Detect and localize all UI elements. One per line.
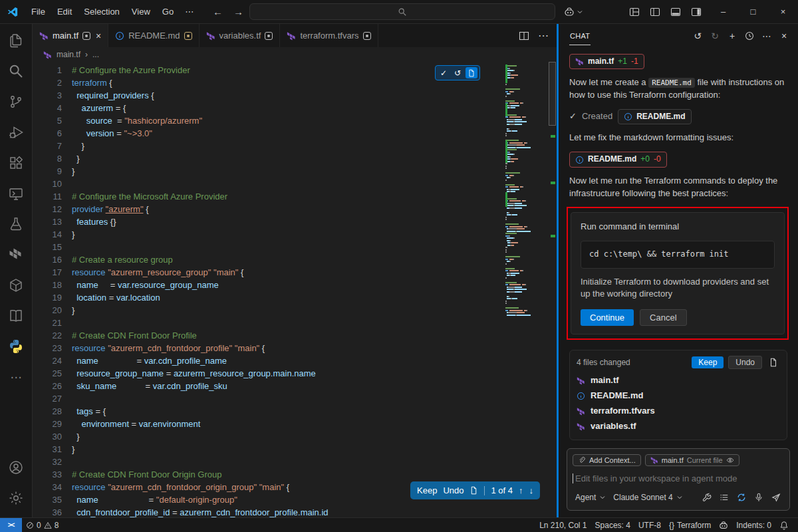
accept-change-icon[interactable]: ✓ (438, 67, 450, 78)
tab-terraform-tfvars[interactable]: terraform.tfvars (280, 24, 378, 47)
changed-file-chip[interactable]: README.md +0 -0 (569, 152, 667, 167)
cancel-button[interactable]: Cancel (640, 309, 686, 326)
eye-icon[interactable] (726, 456, 734, 464)
chat-input-box[interactable]: Add Context... main.tf Current file Edit… (567, 448, 790, 511)
view-diff-icon[interactable] (767, 356, 780, 369)
test-flask-icon[interactable] (0, 209, 32, 239)
code-line-27[interactable]: 27 (33, 392, 505, 405)
modified-indicator[interactable] (265, 32, 273, 40)
explorer-icon[interactable] (0, 25, 32, 56)
list-icon[interactable] (716, 490, 732, 505)
code-line-3[interactable]: 3 required_providers { (33, 89, 505, 102)
mic-icon[interactable] (751, 490, 767, 505)
menu-selection[interactable]: Selection (78, 4, 125, 20)
menu-file[interactable]: File (25, 4, 51, 20)
search-sidebar-icon[interactable] (0, 56, 32, 86)
chat-close-icon[interactable]: × (777, 29, 791, 43)
code-lines[interactable]: 1# Configure the Azure Provider2terrafor… (33, 62, 505, 517)
code-line-30[interactable]: 30 } (33, 430, 505, 443)
attached-file-chip[interactable]: main.tf Current file (645, 454, 739, 466)
code-line-9[interactable]: 9} (33, 165, 505, 178)
tab-chat[interactable]: CHAT (569, 26, 591, 45)
terraform-extension-icon[interactable] (0, 239, 32, 270)
code-line-28[interactable]: 28 tags = { (33, 405, 505, 418)
settings-gear-icon[interactable] (0, 483, 32, 513)
command-center-search[interactable] (249, 3, 555, 20)
chat-redo-icon[interactable]: ↻ (708, 29, 722, 43)
chat-undo-icon[interactable]: ↺ (690, 29, 705, 43)
editor-more-actions-icon[interactable]: ⋯ (538, 29, 549, 42)
close-tab-icon[interactable]: × (96, 31, 101, 41)
code-line-18[interactable]: 18 name = var.resource_group_name (33, 279, 505, 291)
editor-scrollbar[interactable] (548, 62, 557, 517)
code-line-17[interactable]: 17resource "azurerm_resource_group" "mai… (33, 266, 505, 279)
undo-button[interactable]: Undo (443, 485, 464, 495)
code-line-20[interactable]: 20} (33, 304, 505, 317)
copilot-status-icon[interactable] (715, 518, 732, 532)
code-line-8[interactable]: 8 } (33, 152, 505, 165)
copilot-menu-button[interactable] (564, 7, 584, 17)
model-picker[interactable]: Claude Sonnet 4 (610, 491, 686, 503)
minimize-button[interactable]: – (708, 0, 738, 23)
cursor-position[interactable]: Ln 210, Col 1 (535, 518, 591, 532)
created-file-chip[interactable]: README.md (618, 109, 691, 124)
code-line-4[interactable]: 4 azurerm = { (33, 102, 505, 114)
new-chat-icon[interactable]: + (725, 29, 739, 43)
continue-button[interactable]: Continue (581, 309, 634, 326)
chat-more-icon[interactable]: ⋯ (759, 29, 774, 43)
tools-icon[interactable] (699, 490, 715, 505)
language-mode[interactable]: {}Terraform (665, 518, 715, 532)
code-line-16[interactable]: 16# Create a resource group (33, 253, 505, 266)
code-line-22[interactable]: 22# Create CDN Front Door Profile (33, 329, 505, 342)
code-line-24[interactable]: 24 name = var.cdn_profile_name (33, 354, 505, 367)
modified-indicator[interactable] (82, 32, 90, 40)
run-debug-icon[interactable] (0, 117, 32, 148)
menu-go[interactable]: Go (156, 4, 180, 20)
code-line-5[interactable]: 5 source = "hashicorp/azurerm" (33, 114, 505, 127)
code-line-11[interactable]: 11# Configure the Microsoft Azure Provid… (33, 190, 505, 203)
code-line-33[interactable]: 33# Create CDN Front Door Origin Group (33, 468, 505, 481)
account-icon[interactable] (0, 452, 32, 483)
breadcrumb-file[interactable]: main.tf (57, 50, 80, 59)
changed-file-README-md[interactable]: README.md (577, 388, 780, 404)
close-window-button[interactable]: × (768, 0, 798, 23)
code-line-6[interactable]: 6 version = "~>3.0" (33, 127, 505, 140)
keep-all-button[interactable]: Keep (692, 356, 724, 368)
infrastructure-box-icon[interactable] (0, 270, 32, 301)
open-diff-icon[interactable] (466, 67, 477, 78)
code-line-12[interactable]: 12provider "azurerm" { (33, 203, 505, 215)
scrollbar-thumb[interactable] (549, 62, 556, 126)
python-icon[interactable] (0, 331, 32, 362)
code-line-21[interactable]: 21 (33, 317, 505, 329)
tab-variables-tf[interactable]: variables.tf (200, 24, 281, 47)
source-control-icon[interactable] (0, 86, 32, 117)
toggle-sidebar-right-icon[interactable] (691, 7, 702, 17)
menu-view[interactable]: View (126, 4, 156, 20)
changed-file-terraform-tfvars[interactable]: terraform.tfvars (577, 404, 780, 419)
previous-edit-icon[interactable]: ↑ (519, 485, 523, 495)
maximize-button[interactable]: □ (738, 0, 768, 23)
breadcrumb-more[interactable]: ... (92, 50, 99, 59)
breadcrumb[interactable]: main.tf › ... (33, 47, 557, 62)
toggle-panel-icon[interactable] (670, 7, 681, 17)
code-line-32[interactable]: 32 (33, 456, 505, 468)
encoding-setting[interactable]: UTF-8 (634, 518, 665, 532)
additional-views-icon[interactable]: ⋯ (0, 362, 32, 392)
code-line-31[interactable]: 31} (33, 443, 505, 456)
discard-change-icon[interactable]: ↺ (452, 67, 464, 78)
mode-picker[interactable]: Agent (573, 491, 609, 503)
menu-more-button[interactable]: ⋯ (180, 7, 199, 17)
code-line-7[interactable]: 7 } (33, 140, 505, 152)
send-icon[interactable] (768, 490, 784, 505)
docs-book-icon[interactable] (0, 301, 32, 331)
code-line-13[interactable]: 13 features {} (33, 215, 505, 228)
sync-loop-icon[interactable] (733, 490, 749, 505)
remote-explorer-icon[interactable] (0, 178, 32, 209)
code-line-25[interactable]: 25 resource_group_name = azurerm_resourc… (33, 367, 505, 380)
code-line-14[interactable]: 14} (33, 228, 505, 241)
code-line-10[interactable]: 10 (33, 178, 505, 190)
toggle-sidebar-left-icon[interactable] (650, 7, 660, 17)
code-line-29[interactable]: 29 environment = var.environment (33, 418, 505, 430)
keep-button[interactable]: Keep (417, 485, 437, 495)
changed-file-chip[interactable]: main.tf +1 -1 (569, 54, 644, 69)
